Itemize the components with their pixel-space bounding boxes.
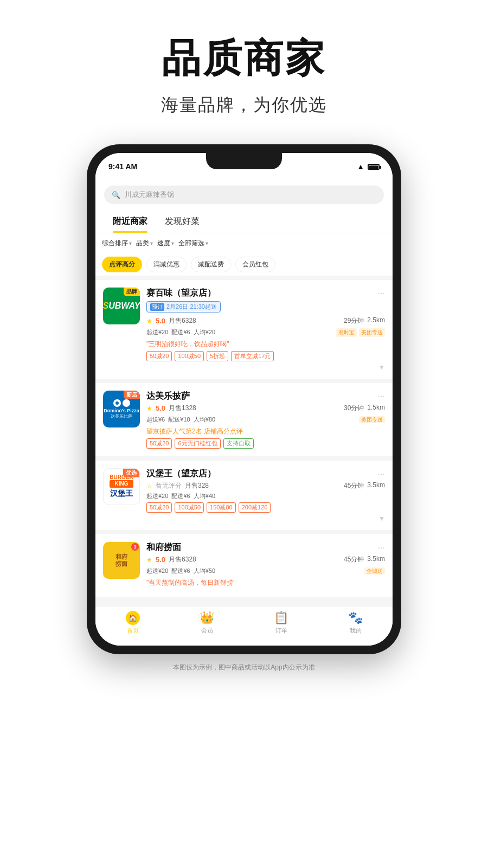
- subway-badge-zhunshi: 准时宝: [336, 328, 357, 337]
- hefu-time: 45分钟: [344, 555, 364, 564]
- bk-more-icon[interactable]: ···: [378, 469, 385, 479]
- quick-filter-discount[interactable]: 满减优惠: [146, 257, 187, 272]
- subway-price: 起送¥20 配送¥6 人均¥20: [146, 328, 215, 336]
- bk-no-rating: 暂无评分: [156, 481, 182, 490]
- hefu-logo: 1 和府捞面: [103, 542, 140, 579]
- orders-icon: 📋: [274, 611, 288, 625]
- subway-badge: 品牌: [124, 288, 140, 296]
- dominos-sales: 月售1328: [169, 404, 196, 413]
- bk-promos: 50减20 100减50 150减80 200减120: [146, 502, 385, 513]
- hefu-more-icon[interactable]: ···: [378, 543, 385, 553]
- merchant-header-subway: 品牌 SUBWAY 赛百味（望京店） ··· 预订: [103, 288, 385, 361]
- dominos-price: 起送¥6 配送¥10 人均¥80: [146, 416, 215, 424]
- all-filter-arrow: ▾: [206, 240, 208, 246]
- dominos-review: 望京披萨人气第2名 店铺高分点评: [146, 427, 385, 436]
- subway-rating: 5.0: [156, 317, 165, 325]
- home-icon: 🏠: [126, 611, 140, 625]
- subway-more-icon[interactable]: ···: [378, 289, 385, 298]
- quick-filter-member-hongbao[interactable]: 会员红包: [235, 257, 275, 272]
- filter-row: 综合排序 ▾ 品类 ▾ 速度 ▾ 全部筛选 ▾: [95, 233, 393, 253]
- tab-nearby-merchants[interactable]: 附近商家: [104, 210, 156, 233]
- search-bar[interactable]: 🔍 川成元麻辣香锅: [104, 186, 384, 204]
- merchant-card-hefu[interactable]: 1 和府捞面 和府捞面 ··· ★ 5.0: [95, 534, 393, 597]
- bk-info: 汉堡王（望京店） ··· ☆ 暂无评分 月售328 45分钟 3.5km: [146, 468, 385, 513]
- bk-promo-1: 50减20: [146, 502, 172, 513]
- hefu-name: 和府捞面: [146, 542, 181, 553]
- bk-expand[interactable]: ▼: [103, 515, 385, 522]
- filter-sort[interactable]: 综合排序 ▾: [102, 238, 132, 249]
- subway-expand[interactable]: ▼: [103, 363, 385, 371]
- bk-expand-icon: ▼: [378, 515, 385, 522]
- quick-filter-high-rating[interactable]: 点评高分: [102, 257, 142, 272]
- subway-rating-row: ★ 5.0 月售6328 29分钟 2.5km: [146, 316, 385, 326]
- hefu-star: ★: [146, 556, 152, 564]
- category-arrow: ▾: [150, 240, 153, 246]
- subway-review: "三明治很好吃，饮品超好喝": [146, 340, 385, 349]
- hefu-review: "当天熬制的高汤，每日新鲜捞": [146, 578, 385, 588]
- search-bar-area: 🔍 川成元麻辣香锅: [95, 180, 393, 210]
- bk-sales: 月售328: [185, 481, 209, 490]
- dominos-name: 达美乐披萨: [146, 391, 190, 402]
- res-label: 预订: [150, 303, 164, 311]
- filter-category[interactable]: 品类 ▾: [136, 238, 153, 249]
- subway-promos: 50减20 100减50 5折起 首单立减17元: [146, 351, 385, 361]
- merchant-header-hefu: 1 和府捞面 和府捞面 ··· ★ 5.0: [103, 542, 385, 590]
- bk-rating-row: ☆ 暂无评分 月售328 45分钟 3.5km: [146, 481, 385, 490]
- subway-promo-2: 100减50: [175, 351, 204, 361]
- dominos-name-row: 达美乐披萨 ···: [146, 391, 385, 402]
- member-icon: 👑: [200, 611, 214, 625]
- res-date: 2月26日 21:30起送: [166, 303, 217, 311]
- subway-badges-row: 起送¥20 配送¥6 人均¥20 准时宝 美团专送: [146, 327, 385, 337]
- dominos-more-icon[interactable]: ···: [378, 392, 385, 401]
- nav-profile[interactable]: 🐾 我的: [349, 611, 363, 635]
- subway-dist: 2.5km: [367, 316, 385, 326]
- dominos-text: Domino's Pizza: [104, 408, 139, 413]
- merchant-card-dominos[interactable]: 新店 Domino's Pizza 达美乐比萨: [95, 383, 393, 456]
- quick-filter-row: 点评高分 满减优惠 减配送费 会员红包: [95, 253, 393, 276]
- page-title: 品质商家: [161, 33, 327, 85]
- wifi-icon: ▲: [357, 162, 364, 171]
- subway-expand-icon: ▼: [378, 363, 385, 371]
- hefu-name-row: 和府捞面 ···: [146, 542, 385, 553]
- filter-all[interactable]: 全部筛选 ▾: [178, 238, 208, 249]
- subway-reservation: 预订 2月26日 21:30起送: [146, 301, 221, 312]
- tabs-row: 附近商家 发现好菜: [95, 210, 393, 233]
- phone-screen: 9:41 AM ▲ 🔍 川成元麻辣香锅 附近商家 发现好菜: [95, 153, 393, 646]
- search-input-placeholder: 川成元麻辣香锅: [125, 190, 174, 200]
- bk-name-row: 汉堡王（望京店） ···: [146, 468, 385, 480]
- dominos-promos: 50减20 6元无门槛红包 支持自取: [146, 438, 385, 449]
- hefu-info: 和府捞面 ··· ★ 5.0 月售6328 45分钟 3.5km: [146, 542, 385, 590]
- hefu-notification: 1: [131, 543, 139, 551]
- bk-delivery-info: 45分钟 3.5km: [344, 481, 385, 490]
- dominos-delivery-info: 30分钟 1.5km: [344, 404, 385, 413]
- bk-dist: 3.5km: [367, 481, 385, 490]
- hefu-badge-quancheng: 全城送: [364, 567, 385, 575]
- nav-home-label: 首页: [127, 627, 139, 635]
- nav-member[interactable]: 👑 会员: [200, 611, 214, 635]
- subway-time: 29分钟: [344, 316, 364, 326]
- dominos-logo: 新店 Domino's Pizza 达美乐比萨: [103, 391, 140, 427]
- status-icons: ▲: [357, 162, 380, 171]
- dominos-price-row: 起送¥6 配送¥10 人均¥80 美团专送: [146, 414, 385, 425]
- battery-icon: [368, 164, 380, 170]
- search-icon: 🔍: [112, 191, 120, 199]
- status-time: 9:41 AM: [108, 162, 137, 171]
- status-bar: 9:41 AM ▲: [95, 153, 393, 180]
- nav-orders[interactable]: 📋 订单: [274, 611, 288, 635]
- home-icon-circle: 🏠: [126, 611, 140, 625]
- dominos-promo-3: 支持自取: [223, 438, 254, 449]
- filter-speed[interactable]: 速度 ▾: [157, 238, 174, 249]
- screen-content: 🔍 川成元麻辣香锅 附近商家 发现好菜 综合排序 ▾ 品类 ▾: [95, 180, 393, 646]
- dominos-time: 30分钟: [344, 404, 364, 413]
- subway-promo-1: 50减20: [146, 351, 172, 361]
- bk-time: 45分钟: [344, 481, 364, 490]
- bk-badge: 优选: [123, 469, 139, 477]
- nav-home[interactable]: 🏠 首页: [126, 611, 140, 635]
- subway-promo-3: 5折起: [207, 351, 228, 361]
- merchant-card-subway[interactable]: 品牌 SUBWAY 赛百味（望京店） ··· 预订: [95, 280, 393, 379]
- tab-discover-food[interactable]: 发现好菜: [156, 210, 208, 233]
- subway-star: ★: [146, 317, 152, 325]
- dominos-promo-2: 6元无门槛红包: [175, 438, 220, 449]
- quick-filter-free-delivery[interactable]: 减配送费: [191, 257, 231, 272]
- merchant-card-bk[interactable]: 优选 BURGER KING 汉堡王 汉堡王（望京店） ···: [95, 461, 393, 530]
